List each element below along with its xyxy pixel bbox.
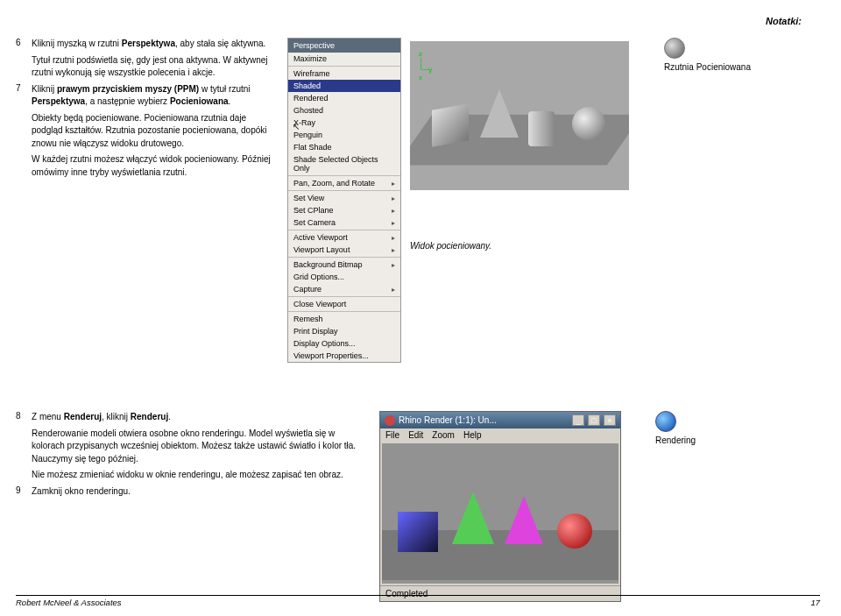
sidebar-render-label: Rendering [655, 435, 778, 445]
menu-item-gridoptions[interactable]: Grid Options... [288, 271, 400, 283]
step-sub: W każdej rzutni możesz włączyć widok poc… [32, 153, 279, 179]
shaded-viewport-image: z│└─yx [410, 41, 629, 190]
menu-item-setview[interactable]: Set View▸ [288, 192, 400, 204]
step-sub: Tytuł rzutni podświetla się, gdy jest on… [32, 54, 279, 80]
shaded-sphere-icon [664, 38, 685, 59]
menu-item-bgbitmap[interactable]: Background Bitmap▸ [288, 258, 400, 271]
step-sub: Renderowanie modeli otwiera osobne okno … [32, 428, 362, 466]
render-sphere-icon [655, 411, 676, 432]
menu-item-ghosted[interactable]: Ghosted [288, 104, 400, 117]
step-num: 6 [16, 38, 32, 51]
footer-author: Robert McNeel & Associates [16, 598, 122, 607]
maximize-button[interactable]: □ [588, 414, 600, 426]
render-app-icon [385, 415, 395, 426]
menu-help[interactable]: Help [463, 430, 482, 440]
menu-edit[interactable]: Edit [408, 430, 423, 440]
render-window: Rhino Render (1:1): Un... _ □ × File Edi… [379, 411, 621, 602]
menu-item-panzoom[interactable]: Pan, Zoom, and Rotate▸ [288, 177, 400, 189]
instructions-upper: 6 Kliknij myszką w rzutni Perspektywa, a… [16, 38, 279, 363]
menu-item-shadeselected[interactable]: Shade Selected Objects Only [288, 153, 400, 174]
step-text: Kliknij prawym przyciskiem myszy (PPM) w… [32, 83, 279, 109]
menu-item-viewportlayout[interactable]: Viewport Layout▸ [288, 244, 400, 256]
menu-item-printdisplay[interactable]: Print Display [288, 325, 400, 337]
menu-item-flatshade[interactable]: Flat Shade [288, 141, 400, 153]
menu-item-viewportprops[interactable]: Viewport Properties... [288, 350, 400, 362]
render-menubar: File Edit Zoom Help [380, 428, 620, 442]
footer-pagenum: 17 [810, 598, 820, 607]
instructions-lower: 8 Z menu Renderuj, kliknij Renderuj. Ren… [16, 411, 362, 616]
menu-item-remesh[interactable]: Remesh [288, 313, 400, 325]
menu-item-wireframe[interactable]: Wireframe [288, 67, 400, 80]
window-title: Rhino Render (1:1): Un... [399, 415, 569, 425]
step-sub: Obiekty będą pocieniowane. Pocieniowana … [32, 112, 279, 151]
menu-title: Perspective [288, 39, 400, 53]
menu-item-setcplane[interactable]: Set CPlane▸ [288, 204, 400, 216]
menu-item-closeviewport[interactable]: Close Viewport [288, 298, 400, 310]
menu-file[interactable]: File [385, 430, 399, 440]
menu-item-xray[interactable]: X-Ray [288, 117, 400, 129]
step-num: 9 [16, 485, 32, 499]
minimize-button[interactable]: _ [572, 414, 584, 426]
step-sub: Nie możesz zmieniać widoku w oknie rende… [32, 469, 362, 482]
menu-item-capture[interactable]: Capture▸ [288, 283, 400, 295]
step-text: Zamknij okno renderingu. [32, 485, 362, 499]
context-menu: Perspective Maximize Wireframe Shaded↖ R… [287, 38, 401, 363]
menu-item-maximize[interactable]: Maximize [288, 53, 400, 65]
menu-item-shaded[interactable]: Shaded↖ [288, 80, 400, 92]
close-button[interactable]: × [604, 414, 616, 426]
step-num: 8 [16, 411, 32, 424]
menu-item-rendered[interactable]: Rendered [288, 92, 400, 104]
step-text: Kliknij myszką w rzutni Perspektywa, aby… [32, 38, 279, 51]
menu-item-setcamera[interactable]: Set Camera▸ [288, 216, 400, 229]
step-text: Z menu Renderuj, kliknij Renderuj. [32, 411, 362, 424]
menu-item-penguin[interactable]: Penguin [288, 129, 400, 141]
shaded-caption: Widok pocieniowany. [410, 241, 629, 251]
step-num: 7 [16, 83, 32, 109]
sidebar-shaded-label: Rzutnia Pocieniowana [664, 62, 765, 72]
page-footer: Robert McNeel & Associates 17 [16, 595, 820, 607]
notes-header: Notatki: [766, 16, 802, 26]
menu-zoom[interactable]: Zoom [432, 430, 455, 440]
render-content [382, 443, 618, 584]
menu-item-activeviewport[interactable]: Active Viewport▸ [288, 231, 400, 244]
menu-item-displayoptions[interactable]: Display Options... [288, 337, 400, 350]
